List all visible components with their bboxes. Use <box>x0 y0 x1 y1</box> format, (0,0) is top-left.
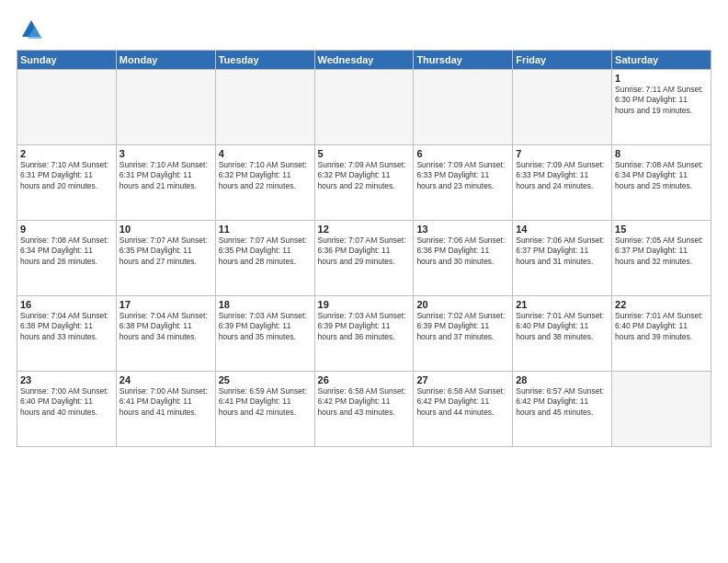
day-number: 3 <box>119 148 212 159</box>
table-row: 22Sunrise: 7:01 AM Sunset: 6:40 PM Dayli… <box>612 296 711 372</box>
col-sunday: Sunday <box>17 51 117 70</box>
table-row: 16Sunrise: 7:04 AM Sunset: 6:38 PM Dayli… <box>17 296 117 372</box>
day-number: 13 <box>416 224 509 235</box>
calendar-week-row: 1Sunrise: 7:11 AM Sunset: 6:30 PM Daylig… <box>17 70 711 145</box>
table-row: 20Sunrise: 7:02 AM Sunset: 6:39 PM Dayli… <box>414 296 513 372</box>
calendar-header-row: Sunday Monday Tuesday Wednesday Thursday… <box>17 51 711 70</box>
table-row: 19Sunrise: 7:03 AM Sunset: 6:39 PM Dayli… <box>314 296 414 372</box>
day-info: Sunrise: 7:04 AM Sunset: 6:38 PM Dayligh… <box>20 311 113 342</box>
table-row: 9Sunrise: 7:08 AM Sunset: 6:34 PM Daylig… <box>17 221 117 296</box>
col-thursday: Thursday <box>414 51 513 70</box>
calendar-table: Sunday Monday Tuesday Wednesday Thursday… <box>17 50 711 447</box>
table-row <box>612 372 711 447</box>
table-row: 5Sunrise: 7:09 AM Sunset: 6:32 PM Daylig… <box>314 145 414 221</box>
table-row: 15Sunrise: 7:05 AM Sunset: 6:37 PM Dayli… <box>612 221 711 296</box>
col-friday: Friday <box>513 51 612 70</box>
day-info: Sunrise: 7:01 AM Sunset: 6:40 PM Dayligh… <box>516 311 609 342</box>
calendar-week-row: 23Sunrise: 7:00 AM Sunset: 6:40 PM Dayli… <box>17 372 711 447</box>
col-wednesday: Wednesday <box>314 51 414 70</box>
col-saturday: Saturday <box>612 51 711 70</box>
day-info: Sunrise: 7:11 AM Sunset: 6:30 PM Dayligh… <box>615 85 708 116</box>
day-info: Sunrise: 7:05 AM Sunset: 6:37 PM Dayligh… <box>615 236 708 267</box>
day-info: Sunrise: 7:01 AM Sunset: 6:40 PM Dayligh… <box>615 311 708 342</box>
day-info: Sunrise: 6:58 AM Sunset: 6:42 PM Dayligh… <box>318 386 411 418</box>
table-row: 21Sunrise: 7:01 AM Sunset: 6:40 PM Dayli… <box>513 296 612 372</box>
day-number: 8 <box>615 148 708 159</box>
table-row <box>414 70 513 145</box>
table-row: 14Sunrise: 7:06 AM Sunset: 6:37 PM Dayli… <box>513 221 612 296</box>
day-info: Sunrise: 7:07 AM Sunset: 6:36 PM Dayligh… <box>318 236 411 267</box>
day-info: Sunrise: 7:07 AM Sunset: 6:35 PM Dayligh… <box>219 236 312 267</box>
day-info: Sunrise: 7:04 AM Sunset: 6:38 PM Dayligh… <box>119 311 212 342</box>
table-row: 26Sunrise: 6:58 AM Sunset: 6:42 PM Dayli… <box>314 372 414 447</box>
day-info: Sunrise: 7:06 AM Sunset: 6:37 PM Dayligh… <box>516 236 609 267</box>
table-row: 7Sunrise: 7:09 AM Sunset: 6:33 PM Daylig… <box>513 145 612 221</box>
table-row <box>116 70 215 145</box>
day-number: 28 <box>516 374 609 385</box>
day-number: 27 <box>416 374 509 385</box>
day-number: 5 <box>318 148 411 159</box>
day-number: 23 <box>20 374 113 385</box>
table-row: 4Sunrise: 7:10 AM Sunset: 6:32 PM Daylig… <box>215 145 314 221</box>
day-info: Sunrise: 7:09 AM Sunset: 6:33 PM Dayligh… <box>416 160 509 191</box>
day-info: Sunrise: 7:02 AM Sunset: 6:39 PM Dayligh… <box>416 311 509 342</box>
logo <box>17 17 44 42</box>
day-number: 10 <box>119 224 212 235</box>
day-info: Sunrise: 7:08 AM Sunset: 6:34 PM Dayligh… <box>20 236 113 267</box>
calendar-week-row: 16Sunrise: 7:04 AM Sunset: 6:38 PM Dayli… <box>17 296 711 372</box>
day-number: 25 <box>219 374 312 385</box>
day-number: 24 <box>119 374 212 385</box>
day-number: 22 <box>615 299 708 310</box>
day-info: Sunrise: 7:03 AM Sunset: 6:39 PM Dayligh… <box>318 311 411 342</box>
table-row <box>215 70 314 145</box>
table-row <box>513 70 612 145</box>
day-info: Sunrise: 7:06 AM Sunset: 6:36 PM Dayligh… <box>416 236 509 267</box>
col-tuesday: Tuesday <box>215 51 314 70</box>
table-row: 11Sunrise: 7:07 AM Sunset: 6:35 PM Dayli… <box>215 221 314 296</box>
table-row: 24Sunrise: 7:00 AM Sunset: 6:41 PM Dayli… <box>116 372 215 447</box>
day-info: Sunrise: 7:10 AM Sunset: 6:31 PM Dayligh… <box>119 160 212 191</box>
table-row: 18Sunrise: 7:03 AM Sunset: 6:39 PM Dayli… <box>215 296 314 372</box>
day-number: 17 <box>119 299 212 310</box>
table-row: 10Sunrise: 7:07 AM Sunset: 6:35 PM Dayli… <box>116 221 215 296</box>
day-number: 11 <box>219 224 312 235</box>
day-number: 12 <box>318 224 411 235</box>
day-info: Sunrise: 7:10 AM Sunset: 6:31 PM Dayligh… <box>20 160 113 191</box>
day-number: 19 <box>318 299 411 310</box>
day-info: Sunrise: 7:08 AM Sunset: 6:34 PM Dayligh… <box>615 160 708 191</box>
day-number: 16 <box>20 299 113 310</box>
day-number: 14 <box>516 224 609 235</box>
table-row: 17Sunrise: 7:04 AM Sunset: 6:38 PM Dayli… <box>116 296 215 372</box>
logo-icon <box>18 17 44 42</box>
day-info: Sunrise: 7:09 AM Sunset: 6:32 PM Dayligh… <box>318 160 411 191</box>
day-info: Sunrise: 6:57 AM Sunset: 6:42 PM Dayligh… <box>516 386 609 418</box>
table-row: 3Sunrise: 7:10 AM Sunset: 6:31 PM Daylig… <box>116 145 215 221</box>
day-number: 20 <box>416 299 509 310</box>
day-number: 6 <box>416 148 509 159</box>
day-number: 9 <box>20 224 113 235</box>
table-row: 6Sunrise: 7:09 AM Sunset: 6:33 PM Daylig… <box>414 145 513 221</box>
table-row: 23Sunrise: 7:00 AM Sunset: 6:40 PM Dayli… <box>17 372 117 447</box>
day-number: 4 <box>219 148 312 159</box>
day-info: Sunrise: 7:10 AM Sunset: 6:32 PM Dayligh… <box>219 160 312 191</box>
table-row: 25Sunrise: 6:59 AM Sunset: 6:41 PM Dayli… <box>215 372 314 447</box>
day-number: 21 <box>516 299 609 310</box>
day-info: Sunrise: 7:03 AM Sunset: 6:39 PM Dayligh… <box>219 311 312 342</box>
day-info: Sunrise: 6:59 AM Sunset: 6:41 PM Dayligh… <box>219 386 312 418</box>
table-row <box>17 70 117 145</box>
day-number: 1 <box>615 73 708 84</box>
table-row: 1Sunrise: 7:11 AM Sunset: 6:30 PM Daylig… <box>612 70 711 145</box>
table-row <box>314 70 414 145</box>
table-row: 28Sunrise: 6:57 AM Sunset: 6:42 PM Dayli… <box>513 372 612 447</box>
day-number: 18 <box>219 299 312 310</box>
day-number: 7 <box>516 148 609 159</box>
day-info: Sunrise: 7:07 AM Sunset: 6:35 PM Dayligh… <box>119 236 212 267</box>
table-row: 27Sunrise: 6:58 AM Sunset: 6:42 PM Dayli… <box>414 372 513 447</box>
day-info: Sunrise: 7:00 AM Sunset: 6:41 PM Dayligh… <box>119 386 212 418</box>
page-header <box>17 17 711 42</box>
table-row: 8Sunrise: 7:08 AM Sunset: 6:34 PM Daylig… <box>612 145 711 221</box>
day-info: Sunrise: 7:09 AM Sunset: 6:33 PM Dayligh… <box>516 160 609 191</box>
table-row: 12Sunrise: 7:07 AM Sunset: 6:36 PM Dayli… <box>314 221 414 296</box>
calendar-week-row: 2Sunrise: 7:10 AM Sunset: 6:31 PM Daylig… <box>17 145 711 221</box>
day-number: 2 <box>20 148 113 159</box>
